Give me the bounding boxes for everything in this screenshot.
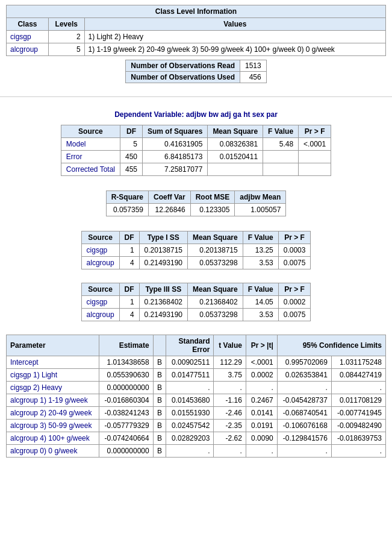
cl2-cell: 0.011708129: [331, 394, 385, 407]
levels-cell: 2: [48, 31, 84, 43]
obs-label: Number of Observations Read: [126, 60, 240, 72]
type1-header: Source: [81, 231, 119, 244]
f-cell: [263, 163, 299, 176]
table-row: alcgroup 1) 1-19 g/week -0.016860304 B 0…: [7, 394, 386, 407]
table-row: alcgroup 4 0.21493190 0.05373298 3.53 0.…: [81, 257, 311, 269]
source-cell: cigsgp: [81, 296, 119, 309]
cl2-cell: -0.007741945: [331, 407, 385, 420]
pr-cell: 0.0090: [246, 432, 277, 445]
b-cell: B: [153, 445, 166, 458]
anova1-header: Source: [61, 125, 120, 138]
table-row: cigsgp 1) Light 0.055390630 B 0.01477511…: [7, 369, 386, 382]
pr-cell: 0.0141: [246, 407, 277, 420]
obs-row: Number of Observations Read 1513: [126, 60, 266, 72]
pr-cell: <.0001: [299, 138, 331, 151]
cl2-cell: .: [331, 382, 385, 394]
cl1-cell: .: [277, 445, 331, 458]
col-levels: Levels: [48, 18, 84, 31]
pr-cell: .: [246, 445, 277, 458]
type1-header: Type I SS: [139, 231, 187, 244]
b-cell: B: [153, 356, 166, 369]
col-values: Values: [84, 18, 385, 31]
values-cell: 1) Light 2) Heavy: [84, 31, 385, 43]
cl1-cell: 0.995702069: [277, 356, 331, 369]
table-row: cigsgp 1 0.20138715 0.20138715 13.25 0.0…: [81, 244, 311, 257]
ms-cell: 0.08326381: [208, 138, 263, 151]
obs-row: Number of Observations Used 456: [126, 72, 266, 83]
se-cell: .: [166, 445, 214, 458]
type1-table: SourceDFType I SSMean SquareF ValuePr > …: [81, 231, 311, 269]
type1-header: DF: [119, 231, 139, 244]
class-level-table: Class Level Information Class Levels Val…: [6, 5, 386, 56]
param-cell: alcgroup 1) 1-19 g/week: [7, 394, 99, 407]
ms-cell: [208, 163, 263, 176]
est-cell: 0.000000000: [99, 382, 153, 394]
table-row: alcgroup 4 0.21493190 0.05373298 3.53 0.…: [81, 309, 311, 321]
pr-cell: 0.2467: [246, 394, 277, 407]
t-cell: .: [214, 445, 246, 458]
table-row: alcgroup 5 1) 1-19 g/week 2) 20-49 g/wee…: [7, 43, 386, 56]
rsq-header: R-Square: [106, 191, 148, 204]
b-cell: B: [153, 394, 166, 407]
type3-header: Mean Square: [188, 283, 243, 296]
ms-cell: 0.20138715: [188, 244, 243, 257]
t-cell: 3.75: [214, 369, 246, 382]
obs-label: Number of Observations Used: [126, 72, 240, 83]
rsq-cell: 1.005057: [235, 204, 286, 216]
dep-var-title: Dependent Variable: adjbw bw adj ga ht s…: [6, 107, 386, 122]
table-row: alcgroup 3) 50-99 g/week -0.057779329 B …: [7, 420, 386, 432]
rsq-cell: 12.26846: [148, 204, 190, 216]
anova1-header: F Value: [263, 125, 299, 138]
f-cell: 5.48: [263, 138, 299, 151]
t-cell: 112.29: [214, 356, 246, 369]
pr-cell: 0.0075: [278, 257, 311, 269]
param-header: StandardError: [166, 335, 214, 356]
observations-table: Number of Observations Read 1513Number o…: [125, 60, 266, 83]
param-header: t Value: [214, 335, 246, 356]
ms-cell: 0.05373298: [188, 309, 243, 321]
anova-table-1: SourceDFSum of SquaresMean SquareF Value…: [61, 125, 331, 176]
df-cell: 455: [120, 163, 142, 176]
source-cell: cigsgp: [81, 244, 119, 257]
se-cell: 0.01453680: [166, 394, 214, 407]
table-row: cigsgp 1 0.21368402 0.21368402 14.05 0.0…: [81, 296, 311, 309]
rsq-row: 0.05735912.268460.1233051.005057: [106, 204, 286, 216]
param-header: 95% Confidence Limits: [277, 335, 385, 356]
pr-cell: 0.0191: [246, 420, 277, 432]
type3-header: DF: [119, 283, 139, 296]
pr-cell: <.0001: [246, 356, 277, 369]
b-cell: B: [153, 432, 166, 445]
levels-cell: 5: [48, 43, 84, 56]
pr-cell: 0.0075: [278, 309, 311, 321]
cl1-cell: -0.068740541: [277, 407, 331, 420]
t-cell: -2.46: [214, 407, 246, 420]
class-cell: alcgroup: [7, 43, 49, 56]
ss-cell: 0.41631905: [143, 138, 208, 151]
param-table: Parameter Estimate StandardError t Value…: [6, 335, 386, 458]
cl2-cell: .: [331, 445, 385, 458]
anova1-header: Mean Square: [208, 125, 263, 138]
table-row: alcgroup 4) 100+ g/week -0.074240664 B 0…: [7, 432, 386, 445]
ss-cell: 7.25817077: [143, 163, 208, 176]
se-cell: 0.02829203: [166, 432, 214, 445]
f-cell: 14.05: [243, 296, 278, 309]
values-cell: 1) 1-19 g/week 2) 20-49 g/week 3) 50-99 …: [84, 43, 385, 56]
est-cell: -0.074240664: [99, 432, 153, 445]
type1-header: Pr > F: [278, 231, 311, 244]
se-cell: 0.01551930: [166, 407, 214, 420]
f-cell: 3.53: [243, 309, 278, 321]
pr-cell: [299, 151, 331, 163]
se-cell: 0.02457542: [166, 420, 214, 432]
ss-cell: 0.21368402: [139, 296, 187, 309]
cl2-cell: -0.009482490: [331, 420, 385, 432]
table-row: Intercept 1.013438658 B 0.00902511 112.2…: [7, 356, 386, 369]
b-cell: B: [153, 369, 166, 382]
est-cell: -0.038241243: [99, 407, 153, 420]
anova1-header: Sum of Squares: [143, 125, 208, 138]
b-cell: B: [153, 382, 166, 394]
ms-cell: 0.21368402: [188, 296, 243, 309]
rsq-header: adjbw Mean: [235, 191, 286, 204]
pr-cell: 0.0002: [278, 296, 311, 309]
param-header: Pr > |t|: [246, 335, 277, 356]
t-cell: .: [214, 382, 246, 394]
